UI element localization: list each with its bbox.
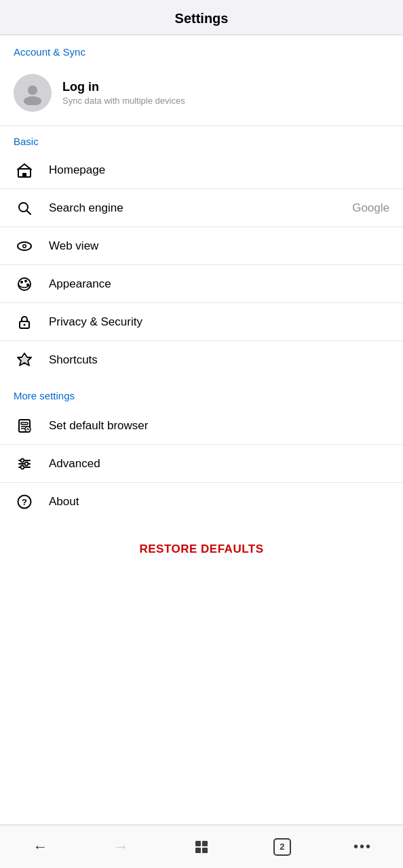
basic-section-label[interactable]: Basic [0,126,403,151]
lock-icon [14,311,35,333]
search-engine-label: Search engine [49,201,352,215]
restore-section: RESTORE DEFAULTS [0,521,403,570]
svg-point-25 [21,458,24,462]
default-browser-label: Set default browser [49,419,389,433]
home-button[interactable] [185,832,218,862]
svg-line-5 [27,210,31,214]
homepage-label: Homepage [49,163,389,177]
svg-point-11 [24,279,27,282]
appearance-label: Appearance [49,277,389,291]
search-engine-value: Google [352,201,389,215]
svg-point-1 [24,96,41,105]
web-view-label: Web view [49,239,389,253]
menu-item-default-browser[interactable]: Set default browser [0,407,403,445]
privacy-security-label: Privacy & Security [49,315,389,329]
avatar-icon [20,81,45,105]
forward-icon: → [113,838,128,856]
browser-icon [14,415,35,437]
svg-rect-18 [21,422,28,425]
menu-item-about[interactable]: ? About [0,483,403,521]
tab-count: 2 [280,842,284,852]
search-icon [14,197,35,219]
restore-defaults-button[interactable]: RESTORE DEFAULTS [139,542,263,556]
back-icon: ← [33,838,47,856]
bottom-nav: ← → 2 ••• [0,825,403,868]
svg-rect-30 [195,841,201,846]
login-subtitle: Sync data with multiple devices [62,96,185,106]
page-title: Settings [175,11,229,26]
shortcuts-icon [14,349,35,371]
more-menu-section: Set default browser Advanced [0,407,403,521]
menu-item-privacy-security[interactable]: Privacy & Security [0,303,403,341]
login-title: Log in [62,80,185,94]
settings-header: Settings [0,0,403,35]
settings-content: Account & Sync Log in Sync data with mul… [0,35,403,868]
menu-item-search-engine[interactable]: Search engine Google [0,189,403,227]
tab-count-box: 2 [273,838,291,856]
account-sync-label[interactable]: Account & Sync [0,35,403,63]
palette-icon [14,273,35,295]
menu-button[interactable]: ••• [346,832,380,862]
home-nav-icon [192,837,211,856]
about-label: About [49,495,389,509]
advanced-label: Advanced [49,457,389,471]
svg-point-14 [24,323,26,326]
menu-item-web-view[interactable]: Web view [0,227,403,265]
login-row[interactable]: Log in Sync data with multiple devices [0,63,403,126]
tabs-button[interactable]: 2 [265,832,299,862]
svg-point-0 [28,85,37,95]
forward-button[interactable]: → [104,832,138,862]
basic-menu-section: Homepage Search engine Google W [0,151,403,379]
help-icon: ? [14,491,35,513]
svg-point-8 [24,245,26,247]
svg-rect-32 [195,848,201,853]
svg-rect-31 [202,841,208,846]
svg-point-26 [25,462,28,465]
svg-rect-3 [22,173,26,177]
menu-item-appearance[interactable]: Appearance [0,265,403,303]
login-text: Log in Sync data with multiple devices [62,80,185,106]
svg-point-21 [25,427,31,432]
avatar [14,74,52,112]
svg-point-27 [21,465,24,469]
svg-rect-33 [202,848,208,853]
shortcuts-label: Shortcuts [49,353,389,367]
more-icon: ••• [353,839,372,854]
svg-text:?: ? [22,497,27,507]
menu-item-shortcuts[interactable]: Shortcuts [0,341,403,379]
svg-point-10 [20,281,23,283]
menu-item-homepage[interactable]: Homepage [0,151,403,189]
menu-item-advanced[interactable]: Advanced [0,445,403,483]
more-settings-label[interactable]: More settings [0,379,403,407]
back-button[interactable]: ← [23,832,57,862]
eye-icon [14,235,35,257]
sliders-icon [14,453,35,475]
home-icon [14,159,35,181]
